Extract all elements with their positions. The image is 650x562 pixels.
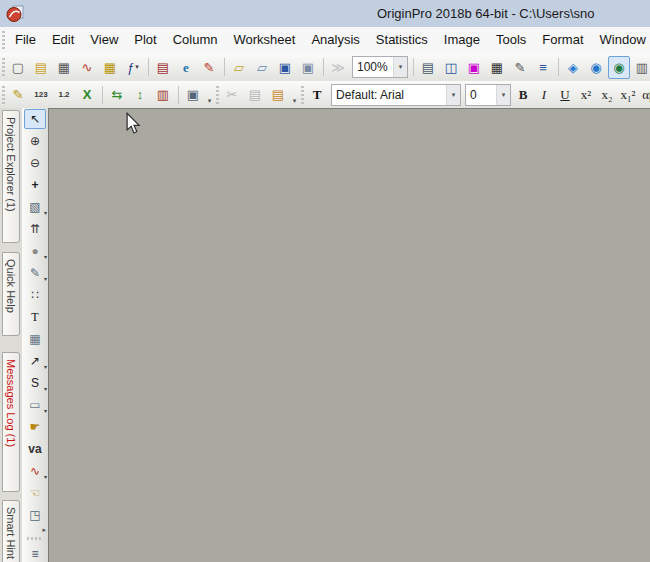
zoom-in-tool[interactable]: ⊕ <box>24 131 46 151</box>
toolbar-overflow-chevron-icon[interactable]: ▾ <box>205 97 214 108</box>
tab-smart-hint[interactable]: Smart Hint <box>2 500 20 562</box>
menu-worksheet[interactable]: Worksheet <box>226 27 304 53</box>
subscript-button[interactable]: x₂ <box>597 83 617 106</box>
insert-table-tool[interactable]: ▦ <box>24 329 46 349</box>
add-rows-button[interactable]: ↕ <box>129 83 151 106</box>
text-tool[interactable]: T <box>24 307 46 327</box>
dropdown-arrow-icon[interactable]: ▾ <box>44 385 47 392</box>
add-new-column-button[interactable]: ⇆ <box>106 83 128 106</box>
new-image-button[interactable]: ▣ <box>463 56 485 79</box>
duplicate-window-button[interactable]: ▣ <box>182 83 204 106</box>
curve-tool[interactable]: S▾ <box>24 373 46 393</box>
screen-reader-tool[interactable]: + <box>24 175 46 195</box>
layout-window-button[interactable]: ≡ <box>532 56 554 79</box>
project-explorer-button[interactable]: ◈ <box>562 56 584 79</box>
toolbar-grip[interactable] <box>216 86 219 104</box>
underline-button[interactable]: U <box>555 83 575 106</box>
arrow-tool[interactable]: ↗▾ <box>24 351 46 371</box>
zoom-all-button[interactable]: ◉ <box>585 56 607 79</box>
annotation-tool[interactable]: va <box>24 439 46 459</box>
menu-format[interactable]: Format <box>534 27 591 53</box>
menu-column[interactable]: Column <box>165 27 226 53</box>
toolbar-grip[interactable] <box>2 58 5 76</box>
toolbar-overflow-chevron-icon[interactable]: ▾ <box>290 97 299 108</box>
menu-image[interactable]: Image <box>436 27 488 53</box>
tab-messages-log[interactable]: Messages Log (1) <box>2 352 20 492</box>
toolbar-overflow-chevron-icon[interactable]: ▸ <box>22 526 48 534</box>
save-template-button[interactable]: ▣ <box>297 56 319 79</box>
font-name-combo[interactable]: Default: Arial▾ <box>331 84 461 106</box>
menu-edit[interactable]: Edit <box>44 27 82 53</box>
new-folder-button[interactable]: ▤ <box>30 56 52 79</box>
menu-view[interactable]: View <box>82 27 126 53</box>
regional-data-selector-tool[interactable]: ▧▾ <box>24 197 46 217</box>
new-sketch-button[interactable]: ✎ <box>198 56 220 79</box>
new-function-button[interactable]: ƒ▾ <box>122 56 144 79</box>
open-button[interactable]: ▱ <box>228 56 250 79</box>
toolbar-grip[interactable] <box>2 86 5 104</box>
print-preview-button[interactable]: ◫ <box>440 56 462 79</box>
open-template-button[interactable]: ▱ <box>251 56 273 79</box>
new-graph-button[interactable]: ∿ <box>76 56 98 79</box>
save-project-button[interactable]: ▣ <box>274 56 296 79</box>
zoom-combo[interactable]: 100%▾ <box>352 56 408 78</box>
pointer-tool[interactable]: ↖ <box>24 109 46 129</box>
mask-range-tool[interactable]: ●▾ <box>24 241 46 261</box>
origin-app-icon[interactable] <box>6 4 25 23</box>
toolbar-grip[interactable] <box>301 86 304 104</box>
toolbar-grip[interactable] <box>27 537 43 540</box>
cluster-tool[interactable]: ∷ <box>24 285 46 305</box>
menu-statistics[interactable]: Statistics <box>368 27 436 53</box>
pan-tool[interactable]: ☛ <box>24 417 46 437</box>
title-bar[interactable]: OriginPro 2018b 64-bit - C:\Users\sno <box>0 0 650 28</box>
rectangle-tool[interactable]: ▭▾ <box>24 395 46 415</box>
dropdown-arrow-icon[interactable]: ▾ <box>393 57 407 77</box>
font-style-button[interactable]: T <box>306 83 328 106</box>
fill-row-numbers-button[interactable]: 123 <box>30 83 52 106</box>
fill-uniform-random-button[interactable]: 1.2 <box>53 83 75 106</box>
worksheet-window-button[interactable]: ▥ <box>631 56 650 79</box>
set-column-values-button[interactable]: ✎ <box>7 83 29 106</box>
menu-plot[interactable]: Plot <box>126 27 164 53</box>
move-column-button[interactable]: ▥ <box>152 83 174 106</box>
dropdown-arrow-icon[interactable]: ▾ <box>44 473 47 480</box>
dropdown-arrow-icon[interactable]: ▾ <box>44 407 47 414</box>
fill-random-button[interactable]: X <box>76 83 98 106</box>
subsuperscript-button[interactable]: x₁² <box>618 83 638 106</box>
rescale-button[interactable]: ◉ <box>608 56 630 79</box>
greek-button[interactable]: αβ <box>639 83 650 106</box>
menubar-grip[interactable] <box>2 31 5 49</box>
dropdown-arrow-icon[interactable]: ▾ <box>44 275 47 282</box>
dropdown-arrow-icon[interactable]: ▾ <box>446 85 460 105</box>
data-selector-tool[interactable]: ⇈ <box>24 219 46 239</box>
insert-graph-tool[interactable]: ∿▾ <box>24 461 46 481</box>
font-size-combo[interactable]: 0▾ <box>465 84 511 106</box>
menu-window[interactable]: Window <box>592 27 650 53</box>
dropdown-arrow-icon[interactable]: ▾ <box>44 209 47 216</box>
print-button[interactable]: ▤ <box>417 56 439 79</box>
zoom-out-tool[interactable]: ⊖ <box>24 153 46 173</box>
menu-analysis[interactable]: Analysis <box>303 27 367 53</box>
frame-3d-tool[interactable]: ◳ <box>24 505 46 525</box>
superscript-button[interactable]: x² <box>576 83 596 106</box>
tab-project-explorer[interactable]: Project Explorer (1) <box>2 110 20 243</box>
new-video-button[interactable]: ▦ <box>486 56 508 79</box>
paste-button[interactable]: ▤ <box>267 83 289 106</box>
layer-contents-button[interactable]: ≡ <box>24 544 46 562</box>
draw-data-tool[interactable]: ✎▾ <box>24 263 46 283</box>
new-workbook-button[interactable]: ▦ <box>53 56 75 79</box>
menu-file[interactable]: File <box>7 27 44 53</box>
tab-quick-help[interactable]: Quick Help <box>2 252 20 336</box>
new-notes-button[interactable]: e <box>175 56 197 79</box>
dropdown-arrow-icon[interactable]: ▾ <box>44 253 47 260</box>
workspace[interactable] <box>48 108 650 562</box>
menu-tools[interactable]: Tools <box>488 27 534 53</box>
dropdown-arrow-icon[interactable]: ▾ <box>496 85 510 105</box>
bold-button[interactable]: B <box>513 83 533 106</box>
new-project-button[interactable]: ▢ <box>7 56 29 79</box>
italic-button[interactable]: I <box>534 83 554 106</box>
notes-window-button[interactable]: ✎ <box>509 56 531 79</box>
new-layout-button[interactable]: ▤ <box>152 56 174 79</box>
dropdown-arrow-icon[interactable]: ▾ <box>44 363 47 370</box>
dropdown-arrow-icon[interactable]: ▾ <box>135 63 139 71</box>
